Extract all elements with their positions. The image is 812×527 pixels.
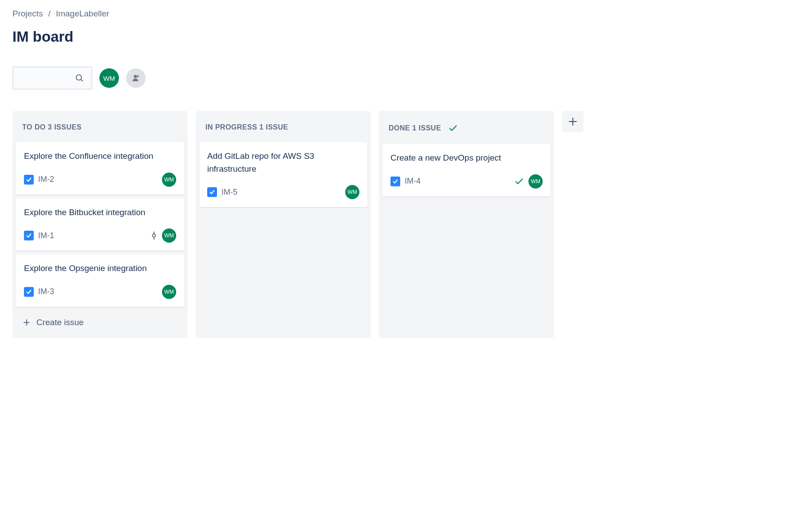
board-column: DONE 1 ISSUE Create a new DevOps project…: [379, 111, 554, 338]
issue-title: Explore the Bitbucket integration: [24, 206, 176, 219]
issue-card[interactable]: Explore the Opsgenie integration IM-3 WM: [16, 254, 184, 307]
breadcrumb: Projects / ImageLabeller: [12, 9, 800, 19]
board-column: TO DO 3 ISSUES Explore the Confluence in…: [12, 111, 188, 338]
issue-card[interactable]: Create a new DevOps project IM-4 WM: [382, 144, 551, 197]
issue-title: Explore the Confluence integration: [24, 150, 176, 163]
issue-card[interactable]: Explore the Confluence integration IM-2 …: [16, 142, 184, 195]
breadcrumb-projects-link[interactable]: Projects: [12, 9, 43, 19]
commit-icon: [150, 231, 158, 240]
assignee-avatar[interactable]: WM: [162, 173, 176, 187]
column-header[interactable]: TO DO 3 ISSUES: [16, 114, 184, 142]
board-column: IN PROGRESS 1 ISSUE Add GitLab repo for …: [196, 111, 371, 338]
column-title: IN PROGRESS 1 ISSUE: [205, 123, 288, 131]
add-people-button[interactable]: [126, 68, 146, 88]
assignee-avatar[interactable]: WM: [528, 174, 543, 189]
check-icon: [448, 123, 458, 133]
assignee-avatar[interactable]: WM: [345, 185, 359, 199]
issue-key: IM-4: [405, 177, 421, 186]
task-type-icon: [24, 231, 34, 240]
svg-point-0: [76, 75, 82, 80]
assignee-avatar[interactable]: WM: [162, 285, 176, 299]
column-title: DONE 1 ISSUE: [389, 124, 441, 132]
breadcrumb-project-link[interactable]: ImageLabeller: [56, 9, 109, 19]
issue-card[interactable]: Explore the Bitbucket integration IM-1 W…: [16, 198, 184, 251]
search-icon: [75, 73, 84, 83]
check-icon: [514, 177, 524, 186]
add-person-icon: [131, 73, 141, 83]
column-title: TO DO 3 ISSUES: [22, 123, 82, 131]
user-avatar[interactable]: WM: [99, 68, 119, 88]
svg-line-1: [81, 79, 83, 81]
create-issue-button[interactable]: Create issue: [16, 311, 184, 334]
plus-icon: [22, 318, 31, 327]
issue-key: IM-2: [38, 175, 54, 184]
add-column-button[interactable]: [562, 111, 583, 132]
page-title: IM board: [12, 28, 800, 45]
plus-icon: [567, 116, 579, 127]
create-issue-label: Create issue: [36, 318, 84, 327]
issue-key: IM-1: [38, 231, 54, 240]
task-type-icon: [390, 177, 400, 186]
issue-title: Explore the Opsgenie integration: [24, 262, 176, 275]
breadcrumb-separator: /: [48, 9, 51, 19]
issue-title: Add GitLab repo for AWS S3 infrastructur…: [207, 150, 359, 175]
kanban-board: TO DO 3 ISSUES Explore the Confluence in…: [12, 111, 800, 338]
search-input[interactable]: [12, 67, 92, 90]
svg-point-2: [134, 75, 137, 78]
task-type-icon: [207, 187, 217, 197]
issue-title: Create a new DevOps project: [390, 152, 543, 165]
svg-point-4: [153, 234, 156, 237]
assignee-avatar[interactable]: WM: [162, 228, 176, 243]
toolbar: WM: [12, 67, 800, 90]
column-header[interactable]: DONE 1 ISSUE: [382, 114, 551, 144]
task-type-icon: [24, 287, 34, 297]
issue-card[interactable]: Add GitLab repo for AWS S3 infrastructur…: [199, 142, 367, 207]
issue-key: IM-5: [221, 188, 237, 197]
issue-key: IM-3: [38, 287, 54, 296]
task-type-icon: [24, 175, 34, 185]
column-header[interactable]: IN PROGRESS 1 ISSUE: [199, 114, 367, 142]
